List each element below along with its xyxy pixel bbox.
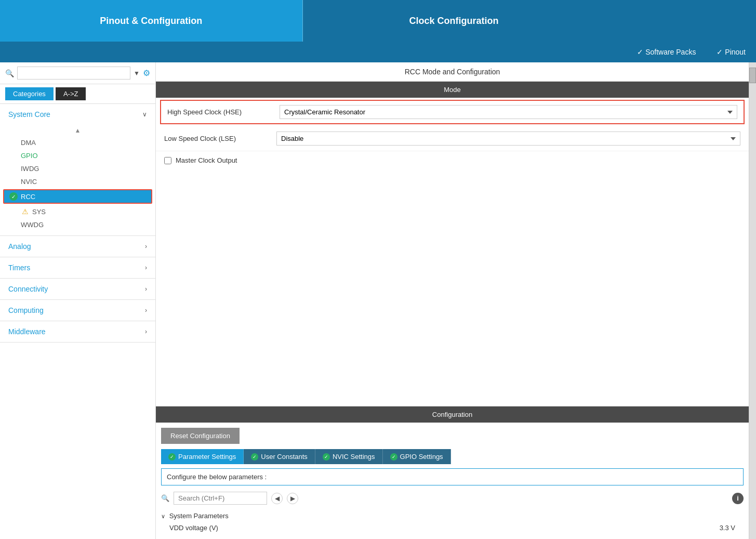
tab-nvic-settings[interactable]: ✓ NVIC Settings [315,449,383,464]
sub-software[interactable]: ✓ Software Packs [637,48,696,56]
sidebar-item-gpio[interactable]: GPIO [0,149,155,162]
analog-label: Analog [8,242,31,251]
analog-header[interactable]: Analog › [0,236,155,257]
sidebar-tabs: Categories A->Z [0,84,155,104]
config-description: Configure the below parameters : [161,468,744,485]
hse-select[interactable]: Crystal/Ceramic Resonator Disable BYPASS… [280,105,737,119]
tab-parameter-settings[interactable]: ✓ Parameter Settings [161,449,244,464]
sidebar-item-nvic[interactable]: NVIC [0,175,155,188]
system-core-header[interactable]: System Core ∨ [0,104,155,125]
nvic-label: NVIC [21,178,37,186]
tab-az[interactable]: A->Z [56,87,86,100]
gpio-label: GPIO [21,152,38,160]
system-core-label: System Core [8,110,50,119]
system-core-chevron: ∨ [142,111,147,118]
tab-gpio-settings[interactable]: ✓ GPIO Settings [383,449,451,464]
content-area: RCC Mode and Configuration Mode High Spe… [156,62,749,539]
analog-section: Analog › [0,236,155,257]
config-tabs: ✓ Parameter Settings ✓ User Constants ✓ … [161,449,744,464]
sidebar-item-dma[interactable]: DMA [0,136,155,149]
hse-row: High Speed Clock (HSE) Crystal/Ceramic R… [160,100,745,124]
nav-prev-button[interactable]: ◀ [271,493,283,504]
wwdg-label: WWDG [21,221,44,229]
computing-header[interactable]: Computing › [0,300,155,321]
reset-config-button[interactable]: Reset Configuration [161,428,240,444]
sidebar-item-iwdg[interactable]: IWDG [0,162,155,175]
sys-label: SYS [32,208,46,216]
param-search-icon: 🔍 [161,494,169,502]
system-params-label: System Parameters [169,512,229,520]
sidebar-item-rcc[interactable]: ✓ RCC [3,189,152,204]
master-clock-label: Master Clock Output [176,156,237,164]
sidebar: 🔍 ▼ ⚙ Categories A->Z System Core ∨ ▲ DM… [0,62,156,539]
config-section-header: Configuration [156,406,749,423]
user-tab-label: User Constants [261,453,308,461]
rcc-check-icon: ✓ [9,192,18,201]
sidebar-content: System Core ∨ ▲ DMA GPIO IWDG NVIC [0,104,155,539]
middleware-header[interactable]: Middleware › [0,321,155,342]
info-icon[interactable]: i [732,493,744,504]
tab-pinout[interactable]: Pinout & Configuration [0,0,303,42]
param-tab-check-icon: ✓ [168,453,176,461]
param-search-input[interactable] [174,492,267,505]
gear-icon[interactable]: ⚙ [143,68,150,78]
user-tab-check-icon: ✓ [251,453,258,461]
rcc-label: RCC [21,193,35,201]
lse-select[interactable]: Disable BYPASS Clock Source Crystal/Cera… [276,132,740,146]
hse-label: High Speed Clock (HSE) [167,108,271,116]
sub-pinout[interactable]: ✓ Pinout [717,48,746,56]
mode-section-header: Mode [156,82,749,98]
timers-chevron-icon: › [145,264,147,271]
computing-label: Computing [8,306,44,314]
middleware-section: Middleware › [0,321,155,343]
sidebar-item-sys[interactable]: ⚠ SYS [0,205,155,218]
param-value-vdd: 3.3 V [720,524,735,532]
param-tab-label: Parameter Settings [178,453,236,461]
timers-label: Timers [8,264,30,272]
search-icon: 🔍 [5,69,14,77]
analog-chevron-icon: › [145,243,147,250]
config-section: Configuration Reset Configuration ✓ Para… [156,406,749,539]
middleware-chevron-icon: › [145,328,147,335]
tab-user-constants[interactable]: ✓ User Constants [244,449,315,464]
search-input[interactable] [17,67,130,80]
scrollbar-handle[interactable] [749,62,756,539]
connectivity-section: Connectivity › [0,279,155,300]
dropdown-arrow-icon[interactable]: ▼ [134,70,140,77]
connectivity-label: Connectivity [8,285,48,293]
nvic-tab-label: NVIC Settings [333,453,375,461]
sidebar-search-row: 🔍 ▼ ⚙ [0,62,155,84]
lse-label: Low Speed Clock (LSE) [164,135,268,142]
computing-chevron-icon: › [145,307,147,314]
mode-section: Mode High Speed Clock (HSE) Crystal/Cera… [156,82,749,406]
timers-section: Timers › [0,257,155,279]
dma-label: DMA [21,139,36,147]
nvic-tab-check-icon: ✓ [323,453,330,461]
connectivity-header[interactable]: Connectivity › [0,279,155,299]
sidebar-item-wwdg[interactable]: WWDG [0,218,155,231]
middleware-label: Middleware [8,327,46,336]
timers-header[interactable]: Timers › [0,257,155,278]
param-search-row: 🔍 ◀ ▶ i [161,490,744,507]
gpio-tab-check-icon: ✓ [390,453,397,461]
tab-right-empty [605,0,756,42]
master-clock-row: Master Clock Output [156,151,749,169]
lse-row: Low Speed Clock (LSE) Disable BYPASS Clo… [156,126,749,151]
tab-categories[interactable]: Categories [5,87,54,100]
master-clock-checkbox[interactable] [164,157,171,164]
connectivity-chevron-icon: › [145,285,147,293]
gpio-tab-label: GPIO Settings [400,453,443,461]
nav-next-button[interactable]: ▶ [287,493,298,504]
tab-clock[interactable]: Clock Configuration [303,0,605,42]
param-row-vdd: VDD voltage (V) 3.3 V [161,522,744,534]
sidebar-arrow-up: ▲ [0,125,155,136]
top-header: Pinout & Configuration Clock Configurati… [0,0,756,42]
param-name-vdd: VDD voltage (V) [169,524,720,532]
iwdg-label: IWDG [21,165,39,173]
content-title: RCC Mode and Configuration [156,62,749,82]
sub-header: ✓ Software Packs ✓ Pinout [0,42,756,62]
system-core-section: System Core ∨ ▲ DMA GPIO IWDG NVIC [0,104,155,236]
system-params-header: ∨ System Parameters [161,510,744,522]
sys-warning-icon: ⚠ [21,207,29,216]
computing-section: Computing › [0,300,155,321]
